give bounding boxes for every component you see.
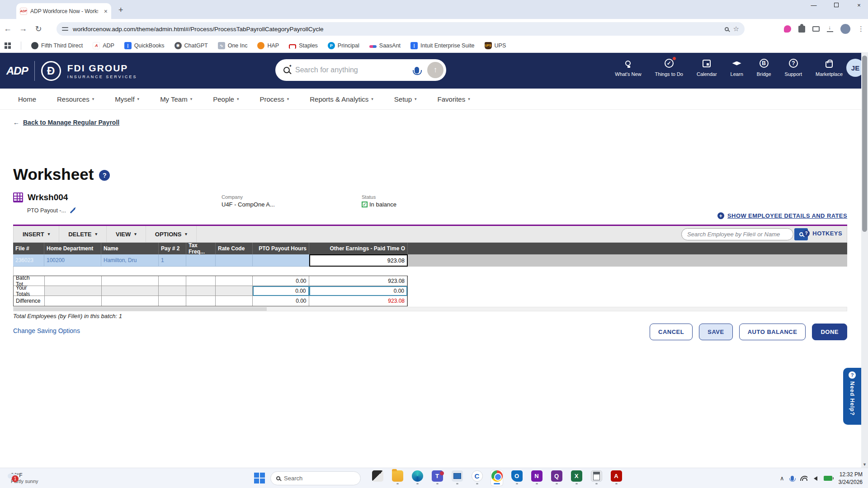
url-text[interactable]: workforcenow.adp.com/theme/admin.html#/P… bbox=[73, 26, 720, 33]
edge-button[interactable] bbox=[411, 470, 423, 486]
insert-menu[interactable]: INSERT▾ bbox=[14, 226, 59, 242]
start-button[interactable] bbox=[254, 473, 265, 483]
acrobat-button[interactable]: A bbox=[610, 470, 622, 486]
cell-name[interactable]: Hamilton, Dru bbox=[101, 254, 159, 267]
reload-icon[interactable]: ↻ bbox=[31, 24, 46, 34]
taskbar-search[interactable]: Search bbox=[270, 471, 361, 485]
bridge-button[interactable]: B Bridge bbox=[757, 58, 771, 77]
global-search-input[interactable] bbox=[295, 66, 409, 74]
auto-balance-button[interactable]: AUTO BALANCE bbox=[739, 324, 806, 340]
learn-button[interactable]: Learn bbox=[731, 58, 743, 77]
bookmark-ups[interactable]: UPSUPS bbox=[485, 42, 506, 49]
scrollbar-thumb[interactable] bbox=[862, 56, 867, 232]
need-help-tab[interactable]: ? Need Help? bbox=[843, 368, 861, 425]
column-header[interactable]: Other Earnings - Paid Time O bbox=[309, 243, 408, 254]
back-icon[interactable]: ← bbox=[0, 24, 15, 33]
nav-favorites[interactable]: Favorites▾ bbox=[438, 95, 470, 103]
search-submit-icon[interactable]: ↑ bbox=[427, 62, 443, 78]
cell-home-department[interactable]: 100200 bbox=[44, 254, 101, 267]
microphone-icon[interactable] bbox=[415, 67, 419, 74]
view-menu[interactable]: VIEW▾ bbox=[107, 226, 146, 242]
delete-menu[interactable]: DELETE▾ bbox=[59, 226, 107, 242]
column-header[interactable]: Tax Freq... bbox=[186, 243, 216, 254]
taskbar-clock[interactable]: 12:32 PM 3/24/2026 bbox=[839, 471, 863, 485]
column-header[interactable]: File # bbox=[13, 243, 44, 254]
bookmark-principal[interactable]: PPrincipal bbox=[328, 42, 359, 49]
bookmark-quickbooks[interactable]: |QuickBooks bbox=[124, 42, 165, 49]
page-scrollbar[interactable]: ▼ bbox=[861, 53, 868, 468]
microphone-icon[interactable] bbox=[791, 476, 794, 481]
bookmark-saasant[interactable]: SaasAnt bbox=[369, 42, 401, 49]
whats-new-button[interactable]: What's New bbox=[615, 58, 641, 77]
change-saving-options-link[interactable]: Change Saving Options bbox=[13, 327, 80, 334]
file-explorer-button[interactable] bbox=[392, 470, 403, 486]
bookmark-star-icon[interactable]: ☆ bbox=[733, 25, 739, 33]
global-search[interactable]: ↑ bbox=[275, 59, 446, 81]
bookmark-one-inc[interactable]: ∿One Inc bbox=[218, 42, 248, 49]
new-tab-button[interactable]: + bbox=[118, 5, 123, 15]
chrome-button[interactable] bbox=[491, 470, 503, 486]
tab-organizer-icon[interactable] bbox=[812, 26, 820, 32]
bookmark-intuit[interactable]: |Intuit Enterprise Suite bbox=[410, 42, 475, 49]
tab-close-icon[interactable]: × bbox=[104, 8, 108, 15]
column-header[interactable]: Rate Code bbox=[216, 243, 253, 254]
cell-pay-number[interactable]: 1 bbox=[159, 254, 186, 267]
nav-reports-analytics[interactable]: Reports & Analytics▾ bbox=[310, 95, 373, 103]
outlook-button[interactable]: O bbox=[511, 470, 523, 486]
your-totals-pto-input[interactable]: 0.00 bbox=[253, 286, 309, 296]
bookmark-chatgpt[interactable]: ✱ChatGPT bbox=[175, 42, 208, 49]
nav-resources[interactable]: Resources▾ bbox=[57, 95, 94, 103]
lens-search-icon[interactable] bbox=[725, 27, 729, 31]
marketplace-button[interactable]: Marketplace bbox=[816, 58, 843, 77]
column-header[interactable]: Home Department bbox=[44, 243, 101, 254]
nav-people[interactable]: People▾ bbox=[213, 95, 239, 103]
browser-menu-icon[interactable]: ⋮ bbox=[858, 25, 864, 33]
teams-button[interactable]: T bbox=[431, 470, 443, 486]
site-settings-icon[interactable] bbox=[62, 26, 68, 32]
speaker-icon[interactable] bbox=[814, 476, 817, 481]
browser-tab[interactable]: ADP ADP Workforce Now - Workshe × bbox=[16, 3, 111, 19]
nav-setup[interactable]: Setup▾ bbox=[394, 95, 417, 103]
cell-tax-frequency[interactable] bbox=[186, 254, 216, 267]
apps-grid-icon[interactable] bbox=[5, 42, 11, 49]
bookmark-adp[interactable]: AADP bbox=[93, 42, 114, 49]
cell-pto-payout-hours[interactable] bbox=[253, 254, 309, 267]
cell-rate-code[interactable] bbox=[216, 254, 253, 267]
cell-other-earnings-selected[interactable]: 923.08 bbox=[309, 254, 408, 267]
column-header[interactable]: Name bbox=[101, 243, 159, 254]
task-view-button[interactable] bbox=[372, 470, 383, 486]
downloads-icon[interactable] bbox=[827, 26, 833, 32]
excel-button[interactable]: X bbox=[571, 470, 582, 486]
extensions-puzzle-icon[interactable] bbox=[798, 26, 805, 33]
close-button[interactable]: × bbox=[854, 2, 864, 9]
nav-home[interactable]: Home bbox=[18, 95, 36, 103]
things-to-do-button[interactable]: ✓ Things to Do bbox=[655, 58, 683, 77]
cancel-button[interactable]: CANCEL bbox=[650, 324, 693, 340]
bookmark-hap[interactable]: HAP bbox=[257, 42, 279, 49]
q-app-button[interactable]: Q bbox=[551, 470, 562, 486]
column-header[interactable]: Pay # 2 bbox=[159, 243, 186, 254]
column-header[interactable]: PTO Payout Hours bbox=[253, 243, 309, 254]
support-button[interactable]: ? Support bbox=[785, 58, 802, 77]
maximize-button[interactable] bbox=[831, 2, 842, 9]
done-button[interactable]: DONE bbox=[812, 324, 847, 340]
tray-chevron-icon[interactable]: ∧ bbox=[780, 475, 784, 482]
grid-horizontal-scrollbar[interactable] bbox=[13, 307, 847, 311]
browser-profile-avatar[interactable] bbox=[840, 24, 850, 34]
nav-process[interactable]: Process▾ bbox=[259, 95, 289, 103]
save-button[interactable]: SAVE bbox=[699, 324, 732, 340]
nav-my-team[interactable]: My Team▾ bbox=[160, 95, 192, 103]
calculator-button[interactable] bbox=[590, 470, 602, 486]
options-menu[interactable]: OPTIONS▾ bbox=[146, 226, 197, 242]
bookmark-staples[interactable]: Staples bbox=[289, 42, 318, 49]
nav-myself[interactable]: Myself▾ bbox=[115, 95, 139, 103]
edit-pencil-icon[interactable] bbox=[70, 208, 75, 213]
battery-icon[interactable] bbox=[824, 476, 832, 481]
scrollbar-down-arrow[interactable]: ▼ bbox=[863, 462, 867, 467]
forward-icon[interactable]: → bbox=[15, 24, 31, 33]
calendar-button[interactable]: Calendar bbox=[697, 58, 717, 77]
employee-search-input[interactable] bbox=[681, 228, 793, 240]
onenote-button[interactable]: N bbox=[531, 470, 542, 486]
pink-extension-icon[interactable] bbox=[784, 25, 791, 33]
hotkeys-button[interactable]: ? HOTKEYS bbox=[803, 230, 842, 237]
